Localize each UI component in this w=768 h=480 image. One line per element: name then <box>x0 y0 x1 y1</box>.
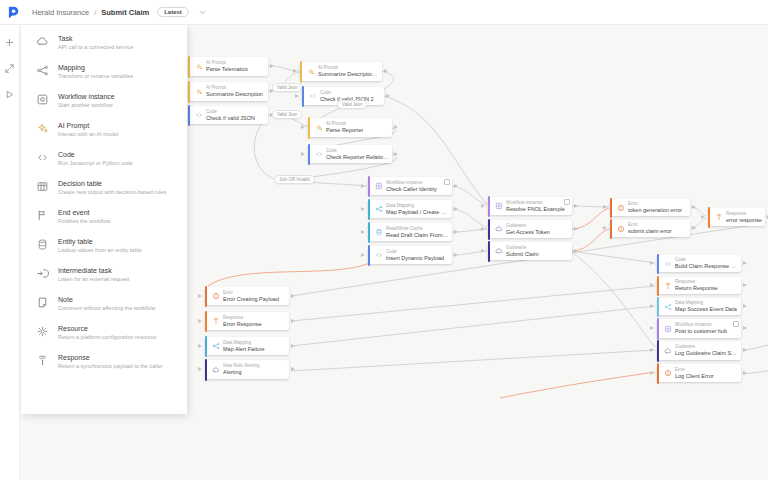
node-text: New Relic AlertingAlerting <box>223 363 260 376</box>
version-badge[interactable]: Latest <box>157 7 189 17</box>
breadcrumb-app-name[interactable]: Herald Insurance <box>32 8 89 17</box>
code-icon <box>315 150 323 158</box>
workflow-node[interactable]: Data MappingMap Payload / Create Cache K… <box>368 200 452 218</box>
workflow-node[interactable]: Workflow instanceCheck Caller Identity <box>368 177 452 195</box>
workflow-node[interactable]: ErrorError Creating Payload <box>205 287 289 305</box>
menu-item-workflow-instance[interactable]: Workflow instanceStart another workflow <box>21 86 187 115</box>
node-text: CodeCheck if valid JSON <box>206 109 255 122</box>
workflow-node[interactable]: AI PromptSummarize Description <box>188 82 268 101</box>
workflow-node[interactable]: Errorsubmit claim error <box>610 220 690 237</box>
edge-out-arrow <box>574 204 578 208</box>
chevron-down-icon[interactable] <box>198 8 207 17</box>
workflow-node[interactable]: Data MappingMap Alert Failure <box>205 337 289 355</box>
workflow-edge <box>254 116 274 179</box>
workflow-node[interactable]: GuidewireSubmit Claim <box>488 242 572 260</box>
menu-item-description: Transform or rename variables <box>58 73 133 80</box>
node-color-bar <box>657 363 660 384</box>
add-node-button[interactable] <box>4 37 15 48</box>
menu-item-intermediate-task[interactable]: Intermediate taskListen for an external … <box>21 260 187 289</box>
menu-item-decision-table[interactable]: Decision tableCreate new output with dec… <box>21 173 187 202</box>
menu-item-text: End eventFinishes the workflow <box>58 208 111 225</box>
node-color-bar <box>610 219 613 239</box>
workflow-node[interactable]: GuidewireLog Guidewire Claim System Even… <box>657 341 741 360</box>
workflow-node[interactable]: Read/Write CacheRead Draft Claim From Ca… <box>368 223 452 241</box>
cloud-icon <box>212 366 220 374</box>
menu-item-text: ResponseReturn a synchronous payload to … <box>58 353 163 370</box>
edge-out-arrow <box>394 152 398 156</box>
menu-item-entity-table[interactable]: Entity tableLookup values from an entity… <box>21 231 187 260</box>
workflow-node[interactable]: AI PromptParse Telematics <box>188 57 268 76</box>
app-header: Herald Insurance / Submit Claim Latest <box>0 0 768 25</box>
edge-in-arrow <box>301 125 305 129</box>
node-color-bar <box>188 81 191 103</box>
node-color-bar <box>302 86 305 107</box>
edge-in-arrow <box>198 319 202 323</box>
menu-item-mapping[interactable]: MappingTransform or rename variables <box>21 57 187 86</box>
node-color-bar <box>368 245 371 266</box>
response-icon <box>212 317 220 325</box>
node-title: Map Alert Failure <box>223 346 265 353</box>
workflow-node[interactable]: ResponseError Response <box>205 312 289 330</box>
workflow-node[interactable]: New Relic AlertingAlerting <box>205 360 289 379</box>
cloud-icon <box>36 35 49 48</box>
node-color-bar <box>488 241 491 262</box>
edge-in-arrow <box>361 184 365 188</box>
database-icon <box>36 238 49 251</box>
workflow-edge <box>291 306 655 346</box>
node-color-bar <box>488 196 491 217</box>
edge-in-arrow <box>650 304 654 308</box>
node-text: Workflow instancePost to customer hub <box>675 322 727 335</box>
node-text: Read/Write CacheRead Draft Claim From Ca… <box>386 226 449 239</box>
node-text: GuidewireSubmit Claim <box>506 245 539 258</box>
node-text: ErrorError Creating Payload <box>223 290 279 303</box>
workflow-icon <box>664 325 672 333</box>
menu-item-response[interactable]: ResponseReturn a synchronous payload to … <box>21 347 187 376</box>
workflow-node[interactable]: Responseerror response <box>708 208 765 226</box>
node-title: Summarize Description <box>206 91 263 98</box>
fit-view-button[interactable] <box>4 63 15 74</box>
expand-badge[interactable] <box>564 199 570 205</box>
code-icon <box>664 260 672 268</box>
workflow-node[interactable]: CodeCheck if valid JSON <box>188 106 268 124</box>
menu-item-task[interactable]: TaskAPI call to a connected service <box>21 28 187 57</box>
node-title: Error Creating Payload <box>223 296 279 303</box>
workflow-node[interactable]: AI PromptParse Reporter <box>308 118 392 137</box>
edge-out-arrow <box>454 207 458 211</box>
edge-out-arrow <box>743 326 747 330</box>
note-icon <box>36 296 49 309</box>
menu-item-resource[interactable]: ResourceReturn a platform configuration … <box>21 318 187 347</box>
workflow-node[interactable]: Errortoken generation error <box>610 199 690 216</box>
edge-in-arrow <box>295 94 299 98</box>
node-title: Post to customer hub <box>675 328 727 335</box>
expand-badge[interactable] <box>733 321 739 327</box>
node-title: Log Guidewire Claim System Event <box>675 350 738 357</box>
workflow-node[interactable]: Data MappingMap Success Event Data <box>657 298 741 315</box>
workflow-node[interactable]: Workflow instanceResolve FNOL Example <box>488 197 572 215</box>
workflow-node[interactable]: GuidewireGet Access Token <box>488 220 572 238</box>
response-icon <box>664 282 672 290</box>
menu-item-note[interactable]: NoteComment without affecting the workfl… <box>21 289 187 318</box>
workflow-node[interactable]: CodeBuild Claim Response Message <box>657 255 741 272</box>
workflow-node[interactable]: CodeCheck Reporter Relationship <box>308 145 392 163</box>
edge-in-arrow <box>650 348 654 352</box>
menu-item-label: Task <box>58 34 133 43</box>
node-title: Get Access Token <box>506 229 550 236</box>
expand-badge[interactable] <box>444 179 450 185</box>
workflow-node[interactable]: ErrorLog Client Error <box>657 364 741 382</box>
menu-item-code[interactable]: CodeRun Javascript or Python code <box>21 144 187 173</box>
menu-item-text: AI PromptInteract with an AI model <box>58 121 118 138</box>
cloud-icon <box>495 225 503 233</box>
edge-out-arrow <box>454 230 458 234</box>
node-color-bar <box>205 311 208 332</box>
menu-item-ai-prompt[interactable]: AI PromptInteract with an AI model <box>21 115 187 144</box>
cloud-icon <box>664 347 672 355</box>
workflow-node[interactable]: ResponseReturn Response <box>657 277 741 294</box>
breadcrumb-separator: / <box>94 8 96 17</box>
workflow-node[interactable]: Workflow instancePost to customer hub <box>657 319 741 338</box>
workflow-node[interactable]: CodeInsert Dynamic Payload <box>368 246 452 264</box>
node-text: GuidewireGet Access Token <box>506 223 550 236</box>
workflow-edge <box>572 252 655 347</box>
workflow-node[interactable]: AI PromptSummarize Description 2 <box>300 62 382 81</box>
menu-item-end-event[interactable]: End eventFinishes the workflow <box>21 202 187 231</box>
run-workflow-button[interactable] <box>4 89 15 100</box>
